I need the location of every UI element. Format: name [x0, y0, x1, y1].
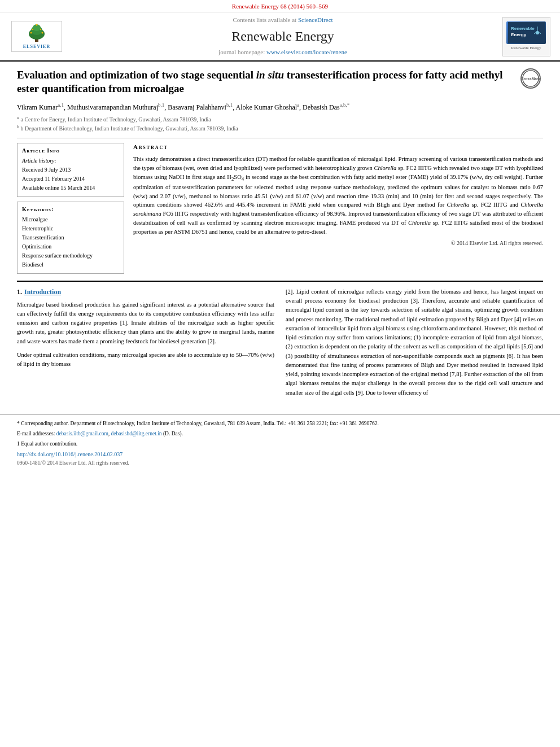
- body-right-col: [2]. Lipid content of microalgae reflect…: [286, 287, 543, 402]
- keyword-rsm: Response surface methodology: [22, 252, 119, 260]
- journal-citation-bar: Renewable Energy 68 (2014) 560–569: [0, 0, 560, 12]
- keyword-transesterification: Transesterification: [22, 234, 119, 242]
- svg-text:CrossMark: CrossMark: [522, 77, 540, 81]
- journal-header: ELSEVIER Contents lists available at Sci…: [0, 12, 560, 61]
- re-logo-icon: Renewable Energy: [508, 22, 545, 43]
- body-divider: [17, 281, 543, 282]
- history-title: Article history:: [22, 157, 119, 165]
- copyright-line: © 2014 Elsevier Ltd. All rights reserved…: [133, 239, 543, 247]
- elsevier-brand-text: ELSEVIER: [23, 43, 50, 50]
- journal-citation: Renewable Energy 68 (2014) 560–569: [232, 3, 328, 10]
- elsevier-tree-icon: [23, 23, 51, 42]
- keyword-biodiesel: Biodiesel: [22, 261, 119, 269]
- crossmark-icon: CrossMark: [522, 69, 540, 88]
- keyword-microalgae: Microalgae: [22, 216, 119, 224]
- section1-title: Introduction: [24, 288, 61, 296]
- abstract-text: This study demonstrates a direct transes…: [133, 155, 543, 236]
- footer-corresponding-note: * Corresponding author. Department of Bi…: [17, 420, 543, 427]
- contents-available-text: Contents lists available at: [233, 16, 298, 23]
- info-abstract-section: Article Info Article history: Received 9…: [17, 143, 543, 274]
- crossmark-badge-area: CrossMark: [520, 68, 543, 91]
- article-info-title: Article Info: [22, 147, 119, 155]
- re-logo-image: Renewable Energy: [506, 21, 546, 44]
- divider-1: [17, 138, 543, 138]
- re-logo-text: Renewable Energy: [511, 46, 541, 51]
- title-pre: Evaluation and optimization of two stage…: [17, 69, 256, 81]
- homepage-url[interactable]: www.elsevier.com/locate/renene: [266, 49, 347, 55]
- journal-center-info: Contents lists available at ScienceDirec…: [73, 16, 492, 56]
- body-two-col: 1.Introduction Microalgae based biodiese…: [17, 287, 543, 402]
- article-body: Evaluation and optimization of two stage…: [0, 62, 560, 409]
- keyword-heterotrophic: Heterotrophic: [22, 225, 119, 233]
- accepted-date: Accepted 11 February 2014: [22, 175, 119, 183]
- article-info-column: Article Info Article history: Received 9…: [17, 143, 124, 274]
- keywords-title: Keywords:: [22, 206, 119, 213]
- svg-text:Renewable: Renewable: [511, 26, 535, 31]
- svg-point-8: [36, 24, 38, 26]
- footer-equal-note: 1 Equal author contribution.: [17, 440, 543, 448]
- footer-area: * Corresponding author. Department of Bi…: [0, 414, 560, 470]
- elsevier-logo: ELSEVIER: [11, 21, 62, 52]
- re-logo-box: Renewable Energy Renewable Energy: [502, 17, 550, 56]
- sciencedirect-line: Contents lists available at ScienceDirec…: [233, 16, 333, 24]
- title-italic: in situ: [256, 69, 284, 81]
- footer-email2[interactable]: debasishd@iitg.ernet.in: [111, 431, 162, 436]
- journal-homepage-line: journal homepage: www.elsevier.com/locat…: [218, 48, 347, 56]
- article-history-box: Article Info Article history: Received 9…: [17, 143, 124, 197]
- affiliations: a a Centre for Energy, Indian Institute …: [17, 115, 543, 133]
- footer-email-line: E-mail addresses: debasis.iitb@gmail.com…: [17, 430, 543, 438]
- section1-para1: Microalgae based biodiesel production ha…: [17, 300, 274, 346]
- section1-number: 1.: [17, 288, 22, 296]
- footer-doi-link[interactable]: http://dx.doi.org/10.1016/j.renene.2014.…: [17, 451, 543, 458]
- affiliation-b: b b Department of Biotechnology, Indian …: [17, 124, 543, 133]
- section1-right-para1: [2]. Lipid content of microalgae reflect…: [286, 287, 543, 397]
- svg-text:Energy: Energy: [511, 32, 527, 37]
- keyword-optimisation: Optimisation: [22, 243, 119, 251]
- section1-para2: Under optimal cultivation conditions, ma…: [17, 351, 274, 369]
- abstract-column: Abstract This study demonstrates a direc…: [133, 143, 543, 274]
- homepage-label: journal homepage:: [218, 49, 266, 55]
- abstract-title: Abstract: [133, 143, 543, 151]
- svg-point-4: [30, 32, 32, 34]
- footer-email1[interactable]: debasis.iitb@gmail.com: [56, 431, 108, 436]
- footer-issn: 0960-1481/© 2014 Elsevier Ltd. All right…: [17, 460, 543, 467]
- section1-heading: 1.Introduction: [17, 287, 274, 297]
- keywords-box: Keywords: Microalgae Heterotrophic Trans…: [17, 202, 124, 274]
- received-date: Received 9 July 2013: [22, 166, 119, 174]
- affiliation-a: a a Centre for Energy, Indian Institute …: [17, 115, 543, 124]
- renewable-energy-logo-area: Renewable Energy Renewable Energy: [498, 16, 554, 56]
- elsevier-logo-area: ELSEVIER: [6, 16, 68, 56]
- sciencedirect-link-text[interactable]: ScienceDirect: [298, 16, 333, 23]
- page: Renewable Energy 68 (2014) 560–569: [0, 0, 560, 747]
- svg-point-7: [40, 29, 41, 30]
- svg-point-12: [536, 31, 539, 34]
- svg-point-5: [42, 32, 43, 34]
- article-title: Evaluation and optimization of two stage…: [17, 68, 543, 96]
- svg-point-6: [32, 29, 33, 30]
- crossmark-badge: CrossMark: [520, 68, 541, 89]
- available-date: Available online 15 March 2014: [22, 184, 119, 192]
- footer-email-suffix: (D. Das).: [162, 431, 183, 436]
- article-title-area: Evaluation and optimization of two stage…: [17, 68, 543, 96]
- journal-title: Renewable Energy: [231, 27, 334, 46]
- authors-line: Vikram Kumara,1, Muthusivaramapandian Mu…: [17, 102, 543, 112]
- body-left-col: 1.Introduction Microalgae based biodiese…: [17, 287, 274, 402]
